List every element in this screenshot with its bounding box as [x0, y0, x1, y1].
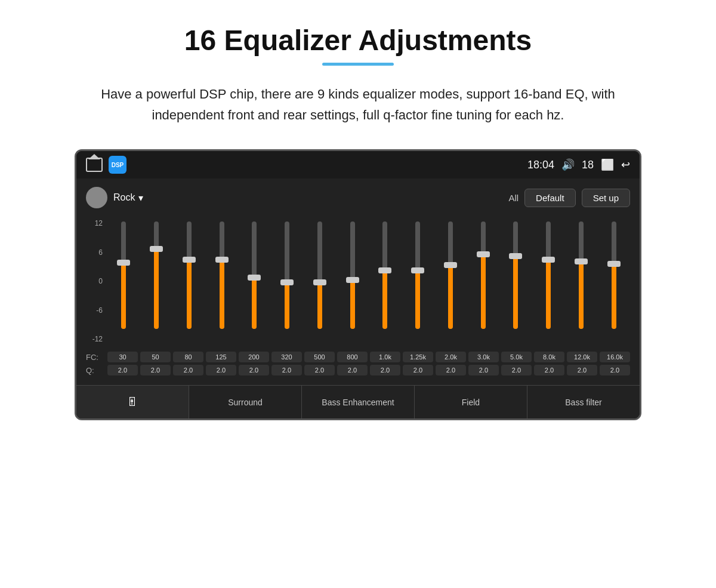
slider-fill [415, 270, 420, 329]
slider-thumb[interactable] [378, 267, 391, 273]
preset-label: Rock [113, 192, 135, 203]
slider-thumb[interactable] [477, 251, 490, 257]
slider-thumb[interactable] [444, 262, 457, 268]
fc-badge[interactable]: 16.0k [600, 352, 630, 362]
q-badge[interactable]: 2.0 [403, 365, 433, 375]
slider-thumb[interactable] [411, 267, 424, 273]
slider-track [481, 221, 486, 329]
slider-column[interactable] [503, 216, 528, 347]
slider-column[interactable] [601, 216, 626, 347]
slider-column[interactable] [569, 216, 594, 347]
q-badge[interactable]: 2.0 [501, 365, 532, 375]
back-icon[interactable]: ↩ [621, 158, 630, 171]
fc-badge[interactable]: 50 [140, 352, 171, 362]
slider-thumb[interactable] [542, 257, 555, 263]
slider-thumb[interactable] [313, 279, 326, 285]
eq-label-neg12: -12 [86, 335, 103, 343]
tab-surround[interactable]: Surround [189, 386, 302, 418]
page-title: 16 Equalizer Adjustments [184, 24, 532, 57]
fc-badge[interactable]: 320 [271, 352, 302, 362]
slider-column[interactable] [209, 216, 234, 347]
q-badge[interactable]: 2.0 [140, 365, 171, 375]
q-badge[interactable]: 2.0 [304, 365, 335, 375]
q-badge[interactable]: 2.0 [337, 365, 368, 375]
fc-badge[interactable]: 8.0k [534, 352, 564, 362]
q-badge[interactable]: 2.0 [107, 365, 138, 375]
status-bar: DSP 18:04 🔊 18 ⬜ ↩ [76, 151, 640, 178]
slider-column[interactable] [177, 216, 202, 347]
preset-select[interactable]: Rock ▾ [113, 192, 143, 204]
slider-column[interactable] [405, 216, 430, 347]
slider-thumb[interactable] [509, 253, 522, 259]
slider-fill [252, 278, 257, 329]
slider-fill [317, 282, 322, 329]
slider-fill [121, 263, 126, 330]
slider-thumb[interactable] [346, 277, 359, 283]
circle-button[interactable] [86, 187, 107, 208]
slider-thumb[interactable] [117, 260, 130, 266]
q-badge[interactable]: 2.0 [468, 365, 499, 375]
slider-thumb[interactable] [183, 257, 196, 263]
app-icon[interactable]: DSP [109, 156, 126, 174]
q-badge[interactable]: 2.0 [206, 365, 236, 375]
fc-badge[interactable]: 5.0k [501, 352, 532, 362]
fc-badge[interactable]: 200 [239, 352, 269, 362]
fc-badge[interactable]: 2.0k [436, 352, 466, 362]
screen-icon: ⬜ [601, 158, 614, 171]
fc-badge[interactable]: 30 [107, 352, 138, 362]
home-icon[interactable] [86, 158, 103, 172]
field-label: Field [462, 398, 480, 407]
fc-badge[interactable]: 125 [206, 352, 236, 362]
fc-badge[interactable]: 80 [173, 352, 203, 362]
status-bar-left: DSP [86, 156, 126, 174]
slider-track [350, 221, 355, 329]
slider-thumb[interactable] [607, 261, 621, 267]
slider-column[interactable] [242, 216, 267, 347]
slider-track [415, 221, 420, 329]
slider-thumb[interactable] [248, 275, 261, 281]
slider-column[interactable] [144, 216, 169, 347]
tab-bass-enhancement[interactable]: Bass Enhancement [302, 386, 415, 418]
all-label: All [508, 193, 519, 203]
fc-badge[interactable]: 12.0k [567, 352, 597, 362]
slider-column[interactable] [274, 216, 300, 347]
slider-column[interactable] [340, 216, 365, 347]
q-badge[interactable]: 2.0 [436, 365, 466, 375]
slider-column[interactable] [438, 216, 463, 347]
slider-thumb[interactable] [575, 258, 588, 264]
slider-thumb[interactable] [280, 279, 294, 285]
description: Have a powerful DSP chip, there are 9 ki… [95, 84, 621, 125]
setup-button[interactable]: Set up [582, 189, 630, 207]
fc-badge[interactable]: 800 [337, 352, 368, 362]
slider-track [187, 221, 192, 329]
default-button[interactable]: Default [524, 189, 576, 207]
q-badge[interactable]: 2.0 [534, 365, 564, 375]
slider-track [121, 221, 126, 329]
tab-field[interactable]: Field [415, 386, 527, 418]
fc-badge[interactable]: 1.0k [370, 352, 400, 362]
fc-badge[interactable]: 1.25k [403, 352, 433, 362]
fc-badge[interactable]: 500 [304, 352, 335, 362]
q-badge[interactable]: 2.0 [239, 365, 269, 375]
tab-bass-filter[interactable]: Bass filter [527, 386, 640, 418]
slider-column[interactable] [372, 216, 397, 347]
slider-column[interactable] [471, 216, 496, 347]
q-badge[interactable]: 2.0 [567, 365, 597, 375]
slider-thumb[interactable] [215, 257, 229, 263]
tab-eq[interactable]: 🎚 [76, 386, 189, 418]
q-row-label: Q: [86, 366, 105, 375]
eq-sliders-container: 12 6 0 -6 -12 [86, 216, 630, 347]
slider-fill [220, 259, 224, 329]
q-badge[interactable]: 2.0 [173, 365, 203, 375]
slider-fill [187, 259, 192, 329]
slider-column[interactable] [111, 216, 136, 347]
slider-column[interactable] [307, 216, 332, 347]
q-badge[interactable]: 2.0 [271, 365, 302, 375]
fc-badge[interactable]: 3.0k [468, 352, 499, 362]
eq-label-neg6: -6 [86, 306, 103, 315]
q-badge[interactable]: 2.0 [600, 365, 630, 375]
slider-column[interactable] [536, 216, 561, 347]
q-badge[interactable]: 2.0 [370, 365, 400, 375]
slider-track [220, 221, 224, 329]
slider-thumb[interactable] [150, 246, 163, 252]
